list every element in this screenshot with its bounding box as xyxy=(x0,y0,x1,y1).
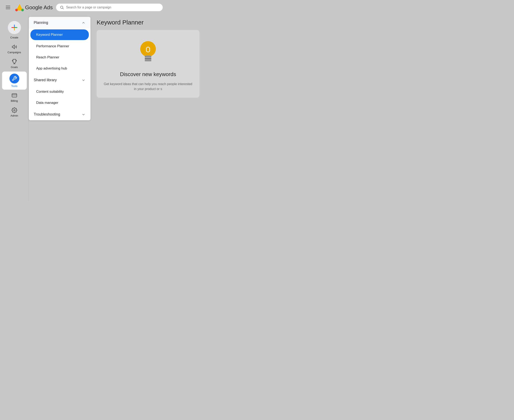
google-ads-logo: Google Ads xyxy=(15,3,53,12)
reach-planner-item[interactable]: Reach Planner xyxy=(30,52,89,63)
troubleshooting-title: Troubleshooting xyxy=(34,112,60,117)
data-manager-item[interactable]: Data manager xyxy=(30,98,89,108)
chevron-up-icon xyxy=(81,21,85,25)
shared-library-section-header[interactable]: Shared library xyxy=(29,74,91,86)
header: Google Ads xyxy=(0,0,247,15)
logo-text: Google Ads xyxy=(25,4,53,11)
plus-colored-icon xyxy=(12,25,17,30)
tools-icon xyxy=(12,76,17,81)
content-suitability-item[interactable]: Content suitability xyxy=(30,86,89,97)
main-content: Keyword Planner Discover new keywords Ge… xyxy=(91,15,247,202)
keyword-planner-item[interactable]: Keyword Planner xyxy=(30,30,89,40)
planning-section-title: Planning xyxy=(34,21,48,25)
chevron-down-icon-2 xyxy=(81,112,85,117)
search-input[interactable] xyxy=(66,6,159,9)
performance-planner-label: Performance Planner xyxy=(36,44,69,48)
sidebar-item-admin-label: Admin xyxy=(10,114,18,117)
google-ads-logo-icon xyxy=(15,3,24,12)
sidebar-item-goals-label: Goals xyxy=(11,66,18,69)
trophy-icon xyxy=(12,59,17,65)
page-title: Keyword Planner xyxy=(97,19,241,26)
card-description: Get keyword ideas that can help you reac… xyxy=(103,82,193,91)
sidebar-item-campaigns-label: Campaigns xyxy=(8,51,21,54)
dropdown-panel: Planning Keyword Planner Performance Pla… xyxy=(29,17,91,120)
performance-planner-item[interactable]: Performance Planner xyxy=(30,41,89,52)
card-title: Discover new keywords xyxy=(120,71,176,77)
sidebar-item-campaigns[interactable]: Campaigns xyxy=(2,42,27,56)
reach-planner-label: Reach Planner xyxy=(36,55,59,60)
svg-marker-3 xyxy=(16,5,23,9)
main-layout: Create Campaigns Goals xyxy=(0,15,247,202)
megaphone-icon xyxy=(12,44,17,50)
planning-section-header[interactable]: Planning xyxy=(29,17,91,29)
svg-rect-8 xyxy=(12,94,17,97)
app-advertising-hub-item[interactable]: App advertising hub xyxy=(30,63,89,74)
sidebar-item-admin[interactable]: Admin xyxy=(2,105,27,119)
search-icon xyxy=(60,5,64,9)
sidebar-item-billing[interactable]: Billing xyxy=(2,90,27,105)
content-suitability-label: Content suitability xyxy=(36,90,64,94)
sidebar-item-create-label: Create xyxy=(10,36,18,39)
svg-line-5 xyxy=(63,8,64,9)
sidebar-item-goals[interactable]: Goals xyxy=(2,57,27,71)
search-bar[interactable] xyxy=(56,3,163,11)
svg-rect-16 xyxy=(145,60,151,61)
svg-rect-17 xyxy=(146,55,151,57)
svg-point-11 xyxy=(140,41,156,57)
create-button[interactable] xyxy=(8,21,21,34)
shared-library-title: Shared library xyxy=(34,78,57,82)
discover-keywords-card: Discover new keywords Get keyword ideas … xyxy=(97,30,199,98)
sidebar-item-billing-label: Billing xyxy=(11,99,18,102)
gear-icon xyxy=(12,107,17,113)
svg-point-4 xyxy=(61,6,63,8)
chevron-down-icon xyxy=(81,78,85,82)
sidebar: Create Campaigns Goals xyxy=(0,15,29,202)
sidebar-item-create[interactable]: Create xyxy=(2,19,27,41)
lightbulb-icon xyxy=(136,38,160,67)
svg-point-10 xyxy=(14,110,15,111)
svg-rect-15 xyxy=(145,58,151,60)
sidebar-item-tools[interactable]: Tools xyxy=(2,72,27,90)
billing-icon xyxy=(12,92,17,98)
keyword-planner-label: Keyword Planner xyxy=(36,33,63,37)
hamburger-menu-button[interactable] xyxy=(4,4,12,11)
data-manager-label: Data manager xyxy=(36,101,58,105)
tools-icon-circle xyxy=(9,74,19,83)
app-advertising-hub-label: App advertising hub xyxy=(36,66,67,70)
sidebar-item-tools-label: Tools xyxy=(11,84,17,88)
troubleshooting-section-header[interactable]: Troubleshooting xyxy=(29,109,91,120)
